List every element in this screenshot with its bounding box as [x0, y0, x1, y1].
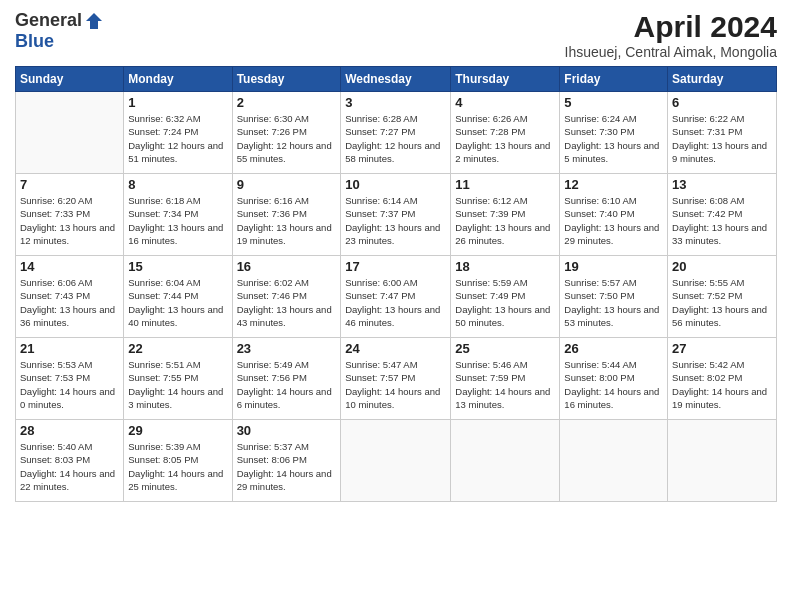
- day-number: 21: [20, 341, 119, 356]
- calendar-week-row: 1Sunrise: 6:32 AM Sunset: 7:24 PM Daylig…: [16, 92, 777, 174]
- day-info: Sunrise: 6:10 AM Sunset: 7:40 PM Dayligh…: [564, 194, 663, 247]
- day-info: Sunrise: 6:32 AM Sunset: 7:24 PM Dayligh…: [128, 112, 227, 165]
- day-info: Sunrise: 6:22 AM Sunset: 7:31 PM Dayligh…: [672, 112, 772, 165]
- day-number: 27: [672, 341, 772, 356]
- svg-marker-0: [86, 13, 102, 29]
- table-row: 3Sunrise: 6:28 AM Sunset: 7:27 PM Daylig…: [341, 92, 451, 174]
- day-info: Sunrise: 6:30 AM Sunset: 7:26 PM Dayligh…: [237, 112, 337, 165]
- table-row: 1Sunrise: 6:32 AM Sunset: 7:24 PM Daylig…: [124, 92, 232, 174]
- day-number: 3: [345, 95, 446, 110]
- day-info: Sunrise: 6:18 AM Sunset: 7:34 PM Dayligh…: [128, 194, 227, 247]
- day-number: 17: [345, 259, 446, 274]
- logo-general-text: General: [15, 10, 82, 31]
- logo-icon: [84, 11, 104, 31]
- day-number: 16: [237, 259, 337, 274]
- day-info: Sunrise: 6:16 AM Sunset: 7:36 PM Dayligh…: [237, 194, 337, 247]
- header-tuesday: Tuesday: [232, 67, 341, 92]
- location: Ihsueuej, Central Aimak, Mongolia: [565, 44, 777, 60]
- month-title: April 2024: [565, 10, 777, 44]
- table-row: 16Sunrise: 6:02 AM Sunset: 7:46 PM Dayli…: [232, 256, 341, 338]
- day-number: 15: [128, 259, 227, 274]
- table-row: [668, 420, 777, 502]
- day-number: 9: [237, 177, 337, 192]
- table-row: [341, 420, 451, 502]
- table-row: 27Sunrise: 5:42 AM Sunset: 8:02 PM Dayli…: [668, 338, 777, 420]
- table-row: 22Sunrise: 5:51 AM Sunset: 7:55 PM Dayli…: [124, 338, 232, 420]
- day-info: Sunrise: 5:46 AM Sunset: 7:59 PM Dayligh…: [455, 358, 555, 411]
- table-row: 11Sunrise: 6:12 AM Sunset: 7:39 PM Dayli…: [451, 174, 560, 256]
- day-number: 22: [128, 341, 227, 356]
- table-row: 28Sunrise: 5:40 AM Sunset: 8:03 PM Dayli…: [16, 420, 124, 502]
- table-row: 7Sunrise: 6:20 AM Sunset: 7:33 PM Daylig…: [16, 174, 124, 256]
- table-row: 21Sunrise: 5:53 AM Sunset: 7:53 PM Dayli…: [16, 338, 124, 420]
- header-thursday: Thursday: [451, 67, 560, 92]
- table-row: 5Sunrise: 6:24 AM Sunset: 7:30 PM Daylig…: [560, 92, 668, 174]
- header-sunday: Sunday: [16, 67, 124, 92]
- table-row: 19Sunrise: 5:57 AM Sunset: 7:50 PM Dayli…: [560, 256, 668, 338]
- calendar-header-row: Sunday Monday Tuesday Wednesday Thursday…: [16, 67, 777, 92]
- day-number: 8: [128, 177, 227, 192]
- day-info: Sunrise: 6:28 AM Sunset: 7:27 PM Dayligh…: [345, 112, 446, 165]
- day-info: Sunrise: 5:40 AM Sunset: 8:03 PM Dayligh…: [20, 440, 119, 493]
- day-info: Sunrise: 6:00 AM Sunset: 7:47 PM Dayligh…: [345, 276, 446, 329]
- table-row: 17Sunrise: 6:00 AM Sunset: 7:47 PM Dayli…: [341, 256, 451, 338]
- day-info: Sunrise: 6:26 AM Sunset: 7:28 PM Dayligh…: [455, 112, 555, 165]
- table-row: 29Sunrise: 5:39 AM Sunset: 8:05 PM Dayli…: [124, 420, 232, 502]
- day-number: 23: [237, 341, 337, 356]
- day-info: Sunrise: 6:20 AM Sunset: 7:33 PM Dayligh…: [20, 194, 119, 247]
- day-number: 10: [345, 177, 446, 192]
- day-number: 4: [455, 95, 555, 110]
- day-info: Sunrise: 6:04 AM Sunset: 7:44 PM Dayligh…: [128, 276, 227, 329]
- day-number: 6: [672, 95, 772, 110]
- day-info: Sunrise: 6:02 AM Sunset: 7:46 PM Dayligh…: [237, 276, 337, 329]
- day-info: Sunrise: 6:06 AM Sunset: 7:43 PM Dayligh…: [20, 276, 119, 329]
- day-number: 7: [20, 177, 119, 192]
- calendar: Sunday Monday Tuesday Wednesday Thursday…: [15, 66, 777, 502]
- day-info: Sunrise: 5:55 AM Sunset: 7:52 PM Dayligh…: [672, 276, 772, 329]
- day-info: Sunrise: 6:24 AM Sunset: 7:30 PM Dayligh…: [564, 112, 663, 165]
- table-row: 6Sunrise: 6:22 AM Sunset: 7:31 PM Daylig…: [668, 92, 777, 174]
- day-number: 24: [345, 341, 446, 356]
- calendar-week-row: 7Sunrise: 6:20 AM Sunset: 7:33 PM Daylig…: [16, 174, 777, 256]
- day-info: Sunrise: 6:12 AM Sunset: 7:39 PM Dayligh…: [455, 194, 555, 247]
- day-info: Sunrise: 5:44 AM Sunset: 8:00 PM Dayligh…: [564, 358, 663, 411]
- table-row: 4Sunrise: 6:26 AM Sunset: 7:28 PM Daylig…: [451, 92, 560, 174]
- table-row: [16, 92, 124, 174]
- day-number: 20: [672, 259, 772, 274]
- day-number: 1: [128, 95, 227, 110]
- day-number: 25: [455, 341, 555, 356]
- calendar-week-row: 21Sunrise: 5:53 AM Sunset: 7:53 PM Dayli…: [16, 338, 777, 420]
- day-number: 26: [564, 341, 663, 356]
- header-saturday: Saturday: [668, 67, 777, 92]
- calendar-week-row: 28Sunrise: 5:40 AM Sunset: 8:03 PM Dayli…: [16, 420, 777, 502]
- title-section: April 2024 Ihsueuej, Central Aimak, Mong…: [565, 10, 777, 60]
- logo-blue-text: Blue: [15, 31, 54, 52]
- header-monday: Monday: [124, 67, 232, 92]
- table-row: 13Sunrise: 6:08 AM Sunset: 7:42 PM Dayli…: [668, 174, 777, 256]
- day-info: Sunrise: 5:47 AM Sunset: 7:57 PM Dayligh…: [345, 358, 446, 411]
- table-row: 2Sunrise: 6:30 AM Sunset: 7:26 PM Daylig…: [232, 92, 341, 174]
- table-row: 18Sunrise: 5:59 AM Sunset: 7:49 PM Dayli…: [451, 256, 560, 338]
- day-number: 29: [128, 423, 227, 438]
- day-number: 11: [455, 177, 555, 192]
- day-info: Sunrise: 5:57 AM Sunset: 7:50 PM Dayligh…: [564, 276, 663, 329]
- table-row: 12Sunrise: 6:10 AM Sunset: 7:40 PM Dayli…: [560, 174, 668, 256]
- day-info: Sunrise: 5:42 AM Sunset: 8:02 PM Dayligh…: [672, 358, 772, 411]
- logo: General Blue: [15, 10, 104, 52]
- day-info: Sunrise: 5:37 AM Sunset: 8:06 PM Dayligh…: [237, 440, 337, 493]
- header-friday: Friday: [560, 67, 668, 92]
- day-number: 2: [237, 95, 337, 110]
- calendar-week-row: 14Sunrise: 6:06 AM Sunset: 7:43 PM Dayli…: [16, 256, 777, 338]
- table-row: 30Sunrise: 5:37 AM Sunset: 8:06 PM Dayli…: [232, 420, 341, 502]
- day-number: 13: [672, 177, 772, 192]
- day-number: 19: [564, 259, 663, 274]
- day-info: Sunrise: 5:51 AM Sunset: 7:55 PM Dayligh…: [128, 358, 227, 411]
- table-row: 20Sunrise: 5:55 AM Sunset: 7:52 PM Dayli…: [668, 256, 777, 338]
- table-row: [560, 420, 668, 502]
- day-info: Sunrise: 6:14 AM Sunset: 7:37 PM Dayligh…: [345, 194, 446, 247]
- header-wednesday: Wednesday: [341, 67, 451, 92]
- table-row: 10Sunrise: 6:14 AM Sunset: 7:37 PM Dayli…: [341, 174, 451, 256]
- table-row: [451, 420, 560, 502]
- table-row: 24Sunrise: 5:47 AM Sunset: 7:57 PM Dayli…: [341, 338, 451, 420]
- day-number: 5: [564, 95, 663, 110]
